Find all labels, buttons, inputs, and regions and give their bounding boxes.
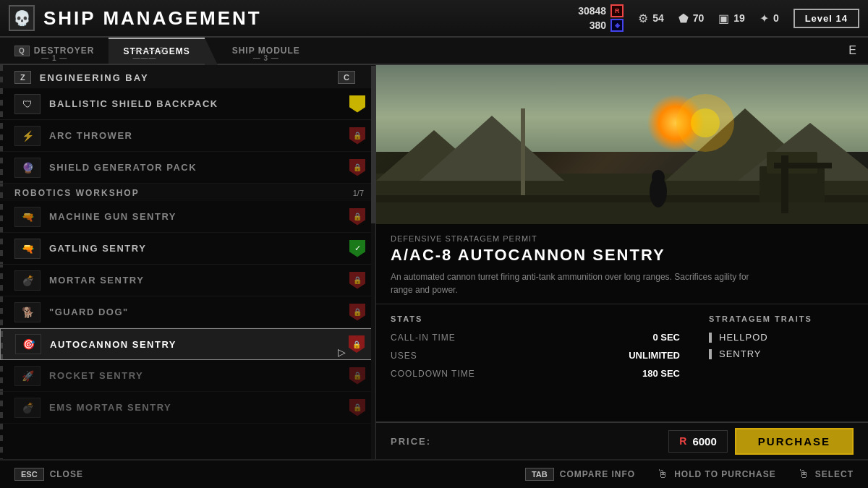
tab-stratagems[interactable]: STRATAGEMS ——— 2 ——— [109, 38, 204, 64]
right-panel: DEFENSIVE STRATAGEM PERMIT A/AC-8 AUTOCA… [376, 65, 868, 459]
locked-badge-arc: 🔒 [349, 127, 365, 145]
primary-resource-group: 30848 R 380 ◈ [577, 4, 624, 32]
callin-value: 0 SEC [608, 332, 680, 343]
cursor-indicator: ▷ [338, 346, 346, 358]
price-currency-icon: R [679, 435, 686, 447]
item-autocannon-sentry[interactable]: 🎯 AUTOCANNON SENTRY 🔒 ▷ [0, 328, 375, 360]
rocket-badge: 🔒 [348, 367, 367, 385]
secondary-resource-row: 380 ◈ [577, 19, 624, 32]
guard-dog-icon: 🐕 [14, 302, 41, 322]
item-ems-mortar[interactable]: 💣 EMS MORTAR SENTRY 🔒 [0, 392, 375, 424]
uses-label: USES [391, 351, 608, 361]
square-icon: ▣ [718, 12, 729, 25]
mortar-icon: 💣 [14, 270, 41, 291]
arc-thrower-icon: ⚡ [14, 126, 41, 146]
svg-point-15 [691, 108, 720, 137]
permit-label: DEFENSIVE STRATAGEM PERMIT [391, 234, 854, 243]
traits-title: STRATAGEM TRAITS [709, 314, 854, 323]
svg-rect-13 [781, 155, 788, 213]
scroll-bar[interactable] [371, 65, 375, 459]
price-value-container: R 6000 [668, 430, 728, 453]
trait-sentry-name: SENTRY [719, 348, 762, 359]
engineering-bay-title: ENGINEERING BAY [40, 72, 338, 83]
stat-gear-value: 54 [652, 12, 664, 24]
header: 💀 SHIP MANAGEMENT 30848 R 380 ◈ ⚙ 54 ⬟ 7… [0, 0, 868, 38]
ems-mortar-icon: 💣 [14, 398, 41, 418]
engineering-bay-header: Z ENGINEERING BAY C [0, 65, 375, 88]
stat-square-value: 19 [733, 12, 745, 24]
preview-image [376, 65, 868, 224]
secondary-value: 380 [577, 20, 606, 31]
stats-area: STATS CALL-IN TIME 0 SEC USES UNLIMITED … [376, 304, 868, 421]
tab-key-e: E [848, 44, 856, 57]
shield-gen-name: SHIELD GENERATOR PACK [49, 162, 342, 173]
item-machine-gun-sentry[interactable]: 🔫 MACHINE GUN SENTRY 🔒 [0, 201, 375, 233]
item-arc-thrower[interactable]: ⚡ ARC THROWER 🔒 [0, 120, 375, 152]
stat-cooldown: COOLDOWN TIME 180 SEC [391, 368, 680, 379]
check-badge: ✓ [349, 240, 365, 257]
item-description: An automated cannon turret firing anti-t… [391, 270, 767, 296]
tab-num-2: ——— 2 ——— [133, 46, 181, 62]
machine-gun-name: MACHINE GUN SENTRY [49, 211, 342, 222]
rocket-name: ROCKET SENTRY [49, 370, 342, 381]
locked-badge-autocannon: 🔒 [349, 335, 365, 353]
item-ballistic-shield[interactable]: 🛡 BALLISTIC SHIELD BACKPACK [0, 88, 375, 120]
guard-dog-name: "GUARD DOG" [49, 307, 342, 317]
skull-icon: 💀 [9, 5, 35, 31]
svg-rect-6 [376, 202, 868, 224]
stat-star: ✦ 0 [760, 12, 779, 25]
ballistic-shield-icon: 🛡 [14, 94, 41, 114]
hold-action: 🖱 HOLD TO PURCHASE [657, 468, 775, 481]
item-guard-dog[interactable]: 🐕 "GUARD DOG" 🔒 [0, 296, 375, 328]
left-panel: Z ENGINEERING BAY C 🛡 BALLISTIC SHIELD B… [0, 65, 376, 459]
gatling-name: GATLING SENTRY [49, 243, 342, 254]
nav-tabs: Q DESTROYER — 1 — STRATAGEMS ——— 2 ——— S… [0, 38, 868, 65]
shield-gen-badge: 🔒 [348, 158, 367, 177]
mortar-badge: 🔒 [348, 271, 367, 290]
traits-col: STRATAGEM TRAITS HELLPOD SENTRY [709, 314, 854, 411]
stat-callin: CALL-IN TIME 0 SEC [391, 332, 680, 343]
stats-title: STATS [391, 314, 680, 323]
purchase-button[interactable]: PURCHASE [735, 428, 854, 455]
stat-gear: ⚙ 54 [638, 12, 664, 25]
item-detail-name: A/AC-8 AUTOCANNON SENTRY [391, 246, 854, 265]
locked-badge-mg: 🔒 [349, 208, 365, 226]
locked-badge-mortar: 🔒 [349, 272, 365, 289]
robotics-title: ROBOTICS WORKSHOP [14, 188, 353, 198]
scroll-thumb [371, 66, 375, 223]
locked-badge-ems: 🔒 [349, 399, 365, 416]
robotics-workshop-header: ROBOTICS WORKSHOP 1/7 [0, 184, 375, 201]
mouse-icon-2: 🖱 [798, 468, 809, 481]
ems-mortar-badge: 🔒 [348, 398, 367, 417]
tab-ship-module[interactable]: SHIP MODULE — 3 — [218, 38, 315, 64]
cooldown-label: COOLDOWN TIME [391, 369, 608, 379]
gatling-icon: 🔫 [14, 239, 41, 259]
bottom-bar: ESC CLOSE TAB COMPARE INFO 🖱 HOLD TO PUR… [0, 459, 868, 488]
tab-destroyer[interactable]: Q DESTROYER — 1 — [0, 38, 109, 64]
item-gatling-sentry[interactable]: 🔫 GATLING SENTRY ✓ [0, 233, 375, 265]
price-label: PRICE: [391, 436, 431, 447]
primary-value: 30848 [577, 5, 606, 17]
hold-label: HOLD TO PURCHASE [674, 469, 775, 479]
secondary-resource-icon: ◈ [610, 19, 624, 32]
item-rocket-sentry[interactable]: 🚀 ROCKET SENTRY 🔒 [0, 360, 375, 392]
tab-num-1: — 1 — [41, 54, 67, 62]
item-shield-generator[interactable]: 🔮 SHIELD GENERATOR PACK 🔒 [0, 152, 375, 184]
locked-badge-rocket: 🔒 [349, 367, 365, 385]
trait-hellpod: HELLPOD [709, 332, 854, 343]
locked-badge-dog: 🔒 [349, 304, 365, 321]
section-key-z: Z [14, 71, 31, 84]
robotics-count: 1/7 [353, 189, 364, 197]
landscape-svg [376, 65, 868, 224]
cooldown-value: 180 SEC [608, 368, 680, 379]
arc-thrower-badge: 🔒 [348, 127, 367, 145]
rocket-icon: 🚀 [14, 366, 41, 386]
autocannon-name: AUTOCANNON SENTRY [50, 339, 341, 350]
stat-diamond: ⬟ 70 [678, 12, 705, 25]
arc-thrower-name: ARC THROWER [49, 130, 342, 141]
tab-key-q: Q [14, 46, 30, 56]
resources-container: 30848 R 380 ◈ ⚙ 54 ⬟ 70 ▣ 19 ✦ [577, 4, 779, 32]
item-mortar-sentry[interactable]: 💣 MORTAR SENTRY 🔒 [0, 265, 375, 296]
machine-gun-icon: 🔫 [14, 207, 41, 227]
select-label: SELECT [815, 469, 854, 479]
